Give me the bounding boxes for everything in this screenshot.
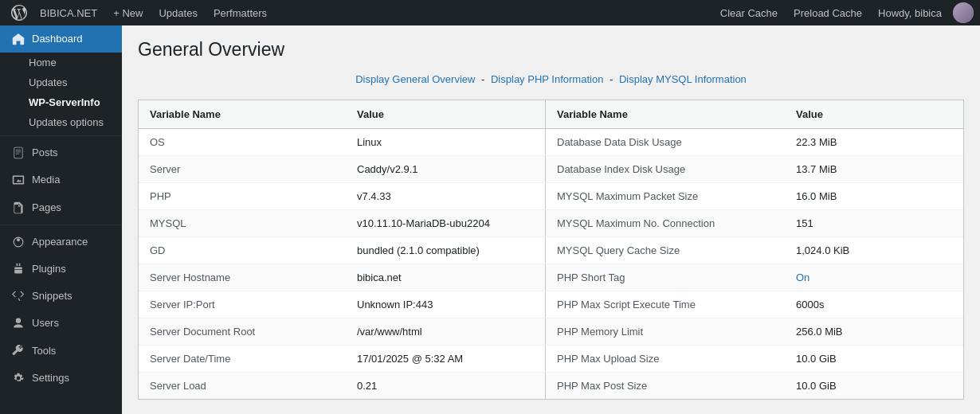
tools-icon: [11, 344, 25, 358]
sidebar-item-wp-serverinfo[interactable]: WP-ServerInfo: [0, 92, 122, 112]
table-row: Server Load0.21PHP Max Post Size10.0 GiB: [139, 372, 963, 399]
sidebar-item-snippets[interactable]: Snippets: [0, 283, 122, 310]
var-value-left: v7.4.33: [346, 182, 545, 209]
var-value-right: 6000s: [785, 291, 963, 318]
menu-separator-1: [0, 135, 122, 136]
var-value-left: 17/01/2025 @ 5:32 AM: [346, 345, 545, 372]
sidebar-item-dashboard[interactable]: Dashboard: [0, 25, 122, 53]
sidebar-item-tools[interactable]: Tools: [0, 338, 122, 365]
var-value-right: 151: [785, 209, 963, 236]
var-value-left: /var/www/html: [346, 318, 545, 345]
var-name-left: Server Date/Time: [139, 345, 346, 372]
table-row: Server Document Root/var/www/htmlPHP Mem…: [139, 318, 963, 345]
col-header-var2: Variable Name: [546, 100, 785, 129]
var-name-right: MYSQL Maximum No. Connection: [546, 209, 785, 236]
sidebar-item-pages[interactable]: Pages: [0, 194, 122, 221]
var-value-left: v10.11.10-MariaDB-ubu2204: [346, 209, 545, 236]
var-name-left: PHP: [139, 182, 346, 209]
var-name-right: PHP Max Script Execute Time: [546, 291, 785, 318]
sidebar-item-plugins[interactable]: Plugins: [0, 256, 122, 283]
snippets-icon: [11, 289, 25, 303]
info-table: Variable Name Value Variable Name Value …: [139, 100, 963, 399]
var-value-right: 256.0 MiB: [785, 318, 963, 345]
admin-menu: Dashboard Home Updates WP-ServerInfo Upd…: [0, 25, 122, 414]
snippets-label: Snippets: [32, 289, 73, 303]
plugins-label: Plugins: [32, 262, 66, 276]
new-content-button[interactable]: + New: [105, 0, 151, 25]
appearance-icon: [11, 235, 25, 249]
table-row: PHPv7.4.33MYSQL Maximum Packet Size16.0 …: [139, 182, 963, 209]
preload-cache-button[interactable]: Preload Cache: [786, 0, 870, 25]
display-mysql-info-link[interactable]: Display MYSQL Information: [619, 73, 747, 85]
sidebar-item-home[interactable]: Home: [0, 53, 122, 72]
posts-icon: [11, 146, 25, 160]
var-name-right: PHP Short Tag: [546, 264, 785, 291]
var-name-right: PHP Max Upload Size: [546, 345, 785, 372]
var-name-left: MYSQL: [139, 209, 346, 236]
var-name-right: Database Index Disk Usage: [546, 155, 785, 182]
var-value-right: On: [785, 264, 963, 291]
var-name-left: OS: [139, 128, 346, 155]
howdy-user[interactable]: Howdy, bibica: [870, 0, 950, 25]
var-value-left: Unknown IP:443: [346, 291, 545, 318]
appearance-label: Appearance: [32, 235, 88, 249]
sidebar-item-media[interactable]: Media: [0, 166, 122, 193]
var-name-left: Server IP:Port: [139, 291, 346, 318]
sidebar-item-settings[interactable]: Settings: [0, 365, 122, 392]
page-title: General Overview: [138, 38, 964, 62]
menu-separator-2: [0, 225, 122, 225]
table-row: MYSQLv10.11.10-MariaDB-ubu2204MYSQL Maxi…: [139, 209, 963, 236]
perfmatters-adminbar[interactable]: Perfmatters: [206, 0, 275, 25]
table-row: ServerCaddy/v2.9.1Database Index Disk Us…: [139, 155, 963, 182]
settings-label: Settings: [32, 371, 69, 385]
avatar[interactable]: [953, 2, 974, 23]
var-value-left: bundled (2.1.0 compatible): [346, 236, 545, 264]
table-row: Server IP:PortUnknown IP:443PHP Max Scri…: [139, 291, 963, 318]
media-label: Media: [32, 173, 60, 187]
page-content: General Overview Display General Overvie…: [122, 25, 980, 414]
info-table-wrap: Variable Name Value Variable Name Value …: [138, 100, 964, 400]
var-value-left: 0.21: [346, 372, 545, 399]
var-value-right: 10.0 GiB: [785, 372, 963, 399]
var-name-right: PHP Max Post Size: [546, 372, 785, 399]
pages-label: Pages: [32, 201, 61, 215]
plugins-icon: [11, 262, 25, 276]
var-name-left: Server: [139, 155, 346, 182]
display-links: Display General Overview - Display PHP I…: [138, 73, 964, 85]
var-value-right: 16.0 MiB: [785, 182, 963, 209]
sidebar-item-users[interactable]: Users: [0, 310, 122, 337]
table-row: Server Hostnamebibica.netPHP Short TagOn: [139, 264, 963, 291]
var-name-left: Server Document Root: [139, 318, 346, 345]
display-php-info-link[interactable]: Display PHP Information: [491, 73, 603, 85]
var-name-left: GD: [139, 236, 346, 264]
var-value-right: 10.0 GiB: [785, 345, 963, 372]
display-general-overview-link[interactable]: Display General Overview: [355, 73, 475, 85]
col-header-val2: Value: [785, 100, 963, 129]
wp-logo[interactable]: [6, 0, 32, 25]
var-value-left: bibica.net: [346, 264, 545, 291]
table-row: Server Date/Time17/01/2025 @ 5:32 AMPHP …: [139, 345, 963, 372]
var-value-right: 13.7 MiB: [785, 155, 963, 182]
pages-icon: [11, 201, 25, 215]
dashboard-label: Dashboard: [32, 32, 83, 46]
var-name-right: MYSQL Query Cache Size: [546, 236, 785, 264]
tools-label: Tools: [32, 344, 56, 358]
settings-icon: [11, 371, 25, 385]
var-value-right: 22.3 MiB: [785, 128, 963, 155]
adminbar-right: Clear Cache Preload Cache Howdy, bibica: [712, 0, 974, 25]
clear-cache-button[interactable]: Clear Cache: [712, 0, 786, 25]
col-header-var1: Variable Name: [139, 100, 346, 129]
updates-adminbar[interactable]: Updates: [151, 0, 205, 25]
col-header-val1: Value: [346, 100, 545, 129]
var-name-left: Server Load: [139, 372, 346, 399]
sidebar-item-updates-options[interactable]: Updates options: [0, 112, 122, 132]
sidebar-item-appearance[interactable]: Appearance: [0, 228, 122, 256]
dashboard-icon: [11, 32, 25, 46]
sidebar-item-posts[interactable]: Posts: [0, 139, 122, 166]
posts-label: Posts: [32, 146, 58, 160]
var-name-right: PHP Memory Limit: [546, 318, 785, 345]
sidebar-item-updates[interactable]: Updates: [0, 72, 122, 92]
var-value-right: 1,024.0 KiB: [785, 236, 963, 264]
site-name[interactable]: BIBICA.NET: [32, 0, 105, 25]
table-row: GDbundled (2.1.0 compatible)MYSQL Query …: [139, 236, 963, 264]
